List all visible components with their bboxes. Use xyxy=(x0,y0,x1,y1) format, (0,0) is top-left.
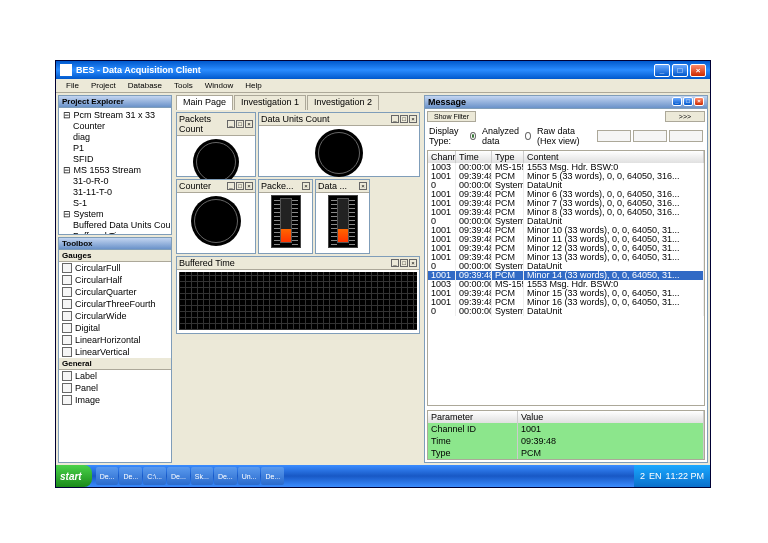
grid-row[interactable]: 100109:39:48PCMMinor 7 (33 words), 0, 0,… xyxy=(428,199,704,208)
tab[interactable]: Investigation 2 xyxy=(307,95,379,110)
taskbar-item[interactable]: Un... xyxy=(238,467,261,485)
tab[interactable]: Investigation 1 xyxy=(234,95,306,110)
tree-node[interactable]: P1 xyxy=(61,143,169,154)
taskbar-item[interactable]: De... xyxy=(261,467,284,485)
menu-help[interactable]: Help xyxy=(239,81,267,90)
grid-row[interactable]: 100109:39:48PCMMinor 5 (33 words), 0, 0,… xyxy=(428,172,704,181)
param-row[interactable]: Time09:39:48 xyxy=(428,435,704,447)
combo-1[interactable] xyxy=(597,130,631,142)
raw-radio[interactable] xyxy=(525,132,531,140)
start-button[interactable]: start xyxy=(56,465,92,487)
toolbox-item[interactable]: CircularQuarter xyxy=(59,286,171,298)
grid-row[interactable]: 100109:39:48PCMMinor 13 (33 words), 0, 0… xyxy=(428,253,704,262)
tree-node[interactable]: ⊟ MS 1553 Stream xyxy=(61,165,169,176)
grid-row[interactable]: 000:00:00SystemDataUnit xyxy=(428,217,704,226)
param-header-cell[interactable]: Value xyxy=(518,411,704,423)
tree-node[interactable]: SFID xyxy=(61,154,169,165)
tree-node[interactable]: 31-11-T-0 xyxy=(61,187,169,198)
close-icon[interactable]: × xyxy=(245,182,253,190)
grid-row[interactable]: 000:00:00SystemDataUnit xyxy=(428,262,704,271)
menu-database[interactable]: Database xyxy=(122,81,168,90)
toolbox-item[interactable]: Panel xyxy=(59,382,171,394)
taskbar-item[interactable]: De... xyxy=(167,467,190,485)
buffered-time-chart[interactable]: Buffered Time_□× xyxy=(176,256,420,334)
counter-gauge[interactable]: Counter_□× xyxy=(176,179,256,254)
toolbox-item[interactable]: CircularWide xyxy=(59,310,171,322)
close-icon[interactable]: × xyxy=(245,120,253,128)
min-icon[interactable]: _ xyxy=(391,259,399,267)
tree-node[interactable]: S-1 xyxy=(61,198,169,209)
grid-header-cell[interactable]: Content xyxy=(524,151,704,163)
grid-row[interactable]: 100109:39:48PCMMinor 11 (33 words), 0, 0… xyxy=(428,235,704,244)
tree-node[interactable]: ⊟ System xyxy=(61,209,169,220)
close-icon[interactable]: × xyxy=(409,115,417,123)
grid-row[interactable]: 100300:00:00MS-15531553 Msg. Hdr. BSW:0 xyxy=(428,280,704,289)
grid-row[interactable]: 100109:39:48PCMMinor 15 (33 words), 0, 0… xyxy=(428,289,704,298)
grid-row[interactable]: 100109:39:48PCMMinor 10 (33 words), 0, 0… xyxy=(428,226,704,235)
message-grid[interactable]: ChannelTimeTypeContent100300:00:00MS-155… xyxy=(427,150,705,406)
max-icon[interactable]: □ xyxy=(400,115,408,123)
packets-linear-gauge[interactable]: Packe...× xyxy=(258,179,313,254)
data-linear-gauge[interactable]: Data ...× xyxy=(315,179,370,254)
taskbar-item[interactable]: De... xyxy=(119,467,142,485)
grid-header-cell[interactable]: Time xyxy=(456,151,492,163)
param-header-cell[interactable]: Parameter xyxy=(428,411,518,423)
grid-row[interactable]: 100109:39:48PCMMinor 12 (33 words), 0, 0… xyxy=(428,244,704,253)
min-icon[interactable]: _ xyxy=(227,120,235,128)
grid-row[interactable]: 100109:39:48PCMMinor 8 (33 words), 0, 0,… xyxy=(428,208,704,217)
close-icon[interactable]: × xyxy=(694,97,704,106)
taskbar-item[interactable]: C:\... xyxy=(143,467,166,485)
tree-node[interactable]: diag xyxy=(61,132,169,143)
toolbox-item[interactable]: CircularThreeFourth xyxy=(59,298,171,310)
tab[interactable]: Main Page xyxy=(176,95,233,110)
maximize-button[interactable]: □ xyxy=(672,64,688,77)
grid-row[interactable]: 000:00:00SystemDataUnit xyxy=(428,307,704,316)
more-button[interactable]: >>> xyxy=(665,111,705,122)
max-icon[interactable]: □ xyxy=(400,259,408,267)
parameter-grid[interactable]: ParameterValueChannel ID1001Time09:39:48… xyxy=(427,410,705,460)
toolbox-group[interactable]: General xyxy=(59,358,171,370)
tree-node[interactable]: 31-0-R-0 xyxy=(61,176,169,187)
grid-row[interactable]: 100300:00:00MS-15531553 Msg. Hdr. BSW:0 xyxy=(428,163,704,172)
close-icon[interactable]: × xyxy=(359,182,367,190)
show-filter-button[interactable]: Show Filter xyxy=(427,111,476,122)
menu-file[interactable]: File xyxy=(60,81,85,90)
menu-window[interactable]: Window xyxy=(199,81,239,90)
min-icon[interactable]: _ xyxy=(672,97,682,106)
taskbar-item[interactable]: Sk... xyxy=(191,467,213,485)
grid-row[interactable]: 100109:39:48PCMMinor 14 (33 words), 0, 0… xyxy=(428,271,704,280)
grid-row[interactable]: 000:00:00SystemDataUnit xyxy=(428,181,704,190)
toolbox-item[interactable]: Image xyxy=(59,394,171,406)
combo-2[interactable] xyxy=(633,130,667,142)
close-icon[interactable]: × xyxy=(409,259,417,267)
max-icon[interactable]: □ xyxy=(683,97,693,106)
tree-node[interactable]: ⊟ Pcm Stream 31 x 33 xyxy=(61,110,169,121)
toolbox-item[interactable]: LinearHorizontal xyxy=(59,334,171,346)
max-icon[interactable]: □ xyxy=(236,182,244,190)
tree-node[interactable]: Buffered Time xyxy=(61,231,169,235)
param-row[interactable]: TypePCM xyxy=(428,447,704,459)
param-row[interactable]: Channel ID1001 xyxy=(428,423,704,435)
packets-count-gauge[interactable]: Packets Count_□× xyxy=(176,112,256,177)
toolbox-item[interactable]: LinearVertical xyxy=(59,346,171,358)
min-icon[interactable]: _ xyxy=(391,115,399,123)
system-tray[interactable]: 2 EN 11:22 PM xyxy=(634,465,710,487)
project-tree[interactable]: ⊟ Pcm Stream 31 x 33CounterdiagP1SFID⊟ M… xyxy=(59,108,171,235)
grid-header-cell[interactable]: Type xyxy=(492,151,524,163)
toolbox-group[interactable]: Gauges xyxy=(59,250,171,262)
close-button[interactable]: × xyxy=(690,64,706,77)
tree-node[interactable]: Counter xyxy=(61,121,169,132)
menu-project[interactable]: Project xyxy=(85,81,122,90)
tree-node[interactable]: Buffered Data Units Count xyxy=(61,220,169,231)
taskbar-item[interactable]: De... xyxy=(96,467,119,485)
toolbox-item[interactable]: CircularHalf xyxy=(59,274,171,286)
toolbox-item[interactable]: Digital xyxy=(59,322,171,334)
combo-3[interactable] xyxy=(669,130,703,142)
minimize-button[interactable]: _ xyxy=(654,64,670,77)
grid-row[interactable]: 100109:39:48PCMMinor 6 (33 words), 0, 0,… xyxy=(428,190,704,199)
min-icon[interactable]: _ xyxy=(227,182,235,190)
toolbox-item[interactable]: Label xyxy=(59,370,171,382)
analyzed-radio[interactable] xyxy=(470,132,476,140)
grid-header-cell[interactable]: Channel xyxy=(428,151,456,163)
grid-row[interactable]: 100109:39:48PCMMinor 16 (33 words), 0, 0… xyxy=(428,298,704,307)
